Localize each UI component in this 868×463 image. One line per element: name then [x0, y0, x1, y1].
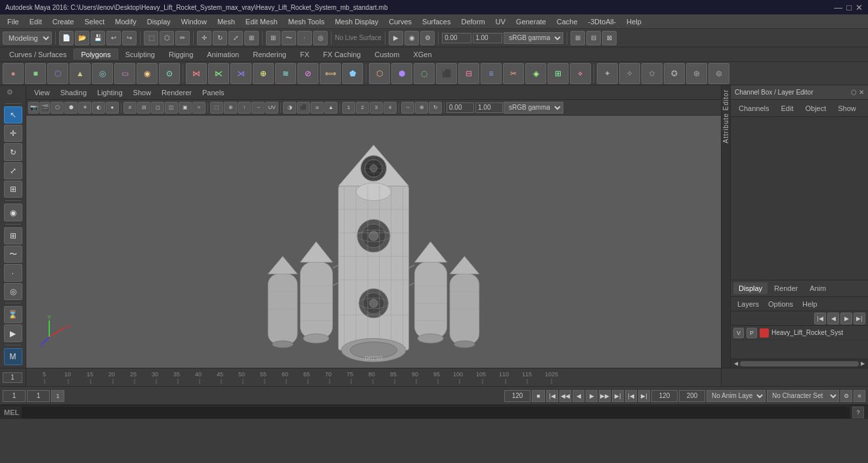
right-panel-ctrl[interactable]: ⬡ ✕	[851, 89, 864, 96]
layout-btn1[interactable]: ⊞	[571, 31, 585, 45]
vc-hud-btn[interactable]: ⊟	[137, 102, 150, 114]
shelf-icon-sculpt1[interactable]: ✦	[597, 63, 618, 84]
rotate-btn[interactable]: ↻	[213, 31, 227, 45]
vc-alpha-btn[interactable]: α	[311, 102, 324, 114]
vc-shade-btn[interactable]: 2	[356, 102, 369, 114]
snap-proj-btn[interactable]: ◎	[313, 31, 328, 45]
vc-exposure-input[interactable]	[446, 102, 474, 113]
shelf-icon-extract[interactable]: ⋊	[230, 63, 251, 84]
scale-tool-btn[interactable]: ⤢	[4, 162, 22, 179]
shelf-icon-wedge[interactable]: ⋄	[570, 63, 591, 84]
vp-menu-show[interactable]: Show	[129, 87, 156, 98]
window-controls[interactable]: — □ ✕	[834, 3, 863, 12]
select-tool-btn[interactable]: ↖	[4, 106, 22, 123]
shelf-tab-custom[interactable]: Custom	[368, 49, 406, 60]
snap-view-btn[interactable]: ◎	[4, 283, 22, 300]
new-scene-btn[interactable]: 📄	[59, 31, 74, 45]
menu-mesh-display[interactable]: Mesh Display	[330, 16, 383, 27]
layer-scroll-right[interactable]: ▶	[859, 360, 867, 368]
shelf-icon-multi-cut[interactable]: ✂	[503, 63, 524, 84]
shelf-icon-disk[interactable]: ◉	[137, 63, 158, 84]
ch-tab-channels[interactable]: Channels	[733, 102, 774, 114]
shelf-icon-separate[interactable]: ⋉	[208, 63, 229, 84]
render-settings-btn[interactable]: ⚙	[420, 31, 435, 45]
input-val1[interactable]	[442, 33, 471, 43]
layer-playback-btn[interactable]: P	[747, 328, 757, 338]
layer-last-btn[interactable]: ▶|	[854, 313, 865, 324]
paint-sel-btn[interactable]: ✏	[175, 31, 190, 45]
shelf-tab-xgen[interactable]: XGen	[406, 49, 438, 60]
layer-prev-btn[interactable]: ◀	[827, 313, 839, 324]
anim-extra-btn[interactable]: ≡	[854, 390, 865, 402]
rp-float-btn[interactable]: ⬡	[851, 89, 857, 96]
anim-layer-select[interactable]: No Anim Layer	[706, 390, 766, 402]
snap-curve-btn[interactable]: 〜	[282, 31, 296, 45]
shelf-icon-smooth[interactable]: ≋	[275, 63, 296, 84]
vp-menu-lighting[interactable]: Lighting	[93, 87, 127, 98]
layer-scroll-left[interactable]: ◀	[732, 360, 740, 368]
shelf-icon-torus[interactable]: ◎	[92, 63, 113, 84]
anim-play-btn[interactable]: ▶	[586, 390, 597, 402]
viewport-3d[interactable]: persp X Y Z	[26, 116, 721, 368]
close-btn[interactable]: ✕	[856, 3, 863, 12]
layer-tab-display[interactable]: Display	[733, 282, 768, 294]
shelf-icon-plane[interactable]: ▭	[114, 63, 135, 84]
layer-sub-help[interactable]: Help	[798, 299, 821, 309]
menu-mesh-tools[interactable]: Mesh Tools	[284, 16, 329, 27]
vc-shade2-btn[interactable]: 3	[370, 102, 383, 114]
menu-help[interactable]: Help	[622, 16, 646, 27]
maximize-btn[interactable]: □	[846, 3, 852, 12]
shelf-icon-bevel[interactable]: ◈	[525, 63, 546, 84]
shelf-icon-delete-edge[interactable]: ⊟	[458, 63, 479, 84]
shelf-icon-cube[interactable]: ■	[25, 63, 46, 84]
shelf-icon-combine[interactable]: ⋈	[186, 63, 207, 84]
vc-norm-btn[interactable]: ↑	[238, 102, 251, 114]
layout-btn3[interactable]: ⊠	[602, 31, 617, 45]
vc-uv-btn[interactable]: UV	[265, 102, 278, 114]
soft-select-btn[interactable]: ◉	[4, 204, 22, 221]
shelf-tab-fx[interactable]: FX	[293, 49, 316, 60]
shelf-icon-insert-loop[interactable]: ≡	[481, 63, 502, 84]
vc-wire-btn[interactable]: ⬡	[51, 102, 64, 114]
shelf-tab-rendering[interactable]: Rendering	[246, 49, 293, 60]
attribute-editor-tab[interactable]: Attribute Editor	[721, 85, 730, 368]
move-tool-btn[interactable]: ✛	[4, 125, 22, 142]
universal-tool-btn[interactable]: ⊞	[4, 181, 22, 198]
shelf-icon-sculpt2[interactable]: ✧	[619, 63, 640, 84]
status-help-btn[interactable]: ?	[852, 407, 864, 418]
char-select[interactable]: No Character Set	[767, 390, 839, 402]
vc-zoom-btn[interactable]: ⊕	[415, 102, 428, 114]
layer-tab-render[interactable]: Render	[769, 282, 803, 294]
shelf-tab-rigging[interactable]: Rigging	[162, 49, 200, 60]
anim-frame-current[interactable]	[27, 390, 50, 402]
shelf-icon-fill[interactable]: ⬟	[342, 63, 363, 84]
shelf-tab-animation[interactable]: Animation	[200, 49, 246, 60]
snap-grid-btn[interactable]: ⊞	[266, 31, 280, 45]
layer-tab-anim[interactable]: Anim	[804, 282, 831, 294]
menu-3dto[interactable]: -3DtoAll-	[584, 16, 621, 27]
menu-create[interactable]: Create	[48, 16, 79, 27]
timeline-ruler[interactable]: 5 10 15 20 25 30 35 40 45 50 55 60 65 70…	[26, 368, 721, 386]
menu-uv[interactable]: UV	[491, 16, 510, 27]
shelf-icon-cylinder[interactable]: ⬡	[47, 63, 68, 84]
menu-display[interactable]: Display	[142, 16, 175, 27]
shelf-tab-curves[interactable]: Curves / Surfaces	[3, 49, 73, 60]
menu-cache[interactable]: Cache	[552, 16, 582, 27]
vc-gamma-input[interactable]	[475, 102, 503, 113]
snap-curve-btn[interactable]: 〜	[4, 246, 22, 263]
shelf-icon-sculpt3[interactable]: ✩	[641, 63, 662, 84]
vc-orbit-btn[interactable]: ↻	[429, 102, 442, 114]
history-btn[interactable]: ⌛	[4, 306, 22, 323]
anim-next-btn[interactable]: ▶▶	[599, 390, 611, 402]
layer-next-btn[interactable]: ▶	[840, 313, 852, 324]
mel-input[interactable]	[22, 407, 850, 418]
vp-menu-view[interactable]: View	[30, 87, 54, 98]
shelf-icon-pipe[interactable]: ⊙	[159, 63, 180, 84]
undo-btn[interactable]: ↩	[106, 31, 121, 45]
shelf-tab-fxcaching[interactable]: FX Caching	[316, 49, 367, 60]
layer-first-btn[interactable]: |◀	[814, 313, 826, 324]
layer-scrollbar[interactable]	[740, 361, 859, 366]
vc-light-btn[interactable]: ☀	[78, 102, 91, 114]
anim-settings-btn[interactable]: ⚙	[840, 390, 852, 402]
vc-pan-btn[interactable]: ↔	[401, 102, 414, 114]
